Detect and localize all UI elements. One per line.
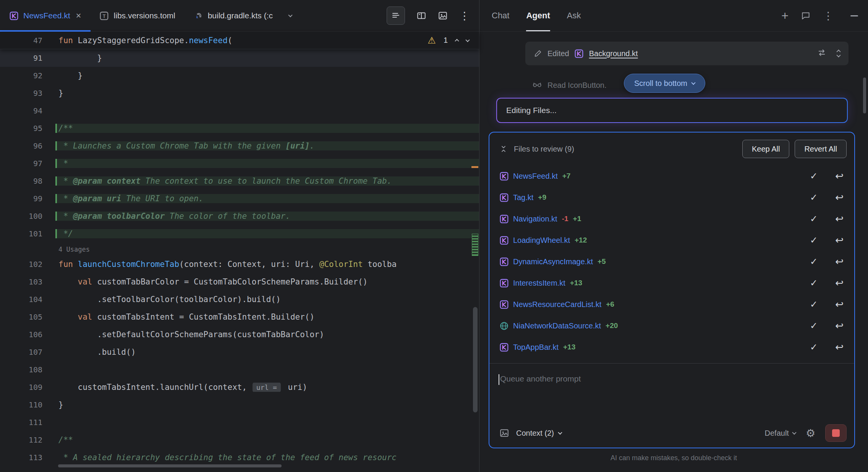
editor-tab-build-gradle-kts-c[interactable]: kbuild.gradle.kts (:c	[185, 0, 282, 31]
review-file-row[interactable]: NiaNetworkDataSource.kt+20✓↩	[489, 315, 854, 336]
code-line[interactable]: 105 val customTabsIntent = CustomTabsInt…	[0, 308, 479, 326]
line-number[interactable]: 103	[0, 277, 55, 286]
review-file-link[interactable]: LoadingWheel.kt	[513, 236, 570, 245]
line-number[interactable]: 109	[0, 383, 55, 392]
accept-file-icon[interactable]: ✓	[810, 342, 818, 352]
code-editor[interactable]: 91 }92 }93}9495/**96 * Launches a Custom…	[0, 49, 479, 472]
line-number[interactable]: 107	[0, 348, 55, 357]
code-line[interactable]: 112/**	[0, 431, 479, 449]
editor-list-icon[interactable]	[387, 6, 405, 25]
chat-vertical-scrollbar[interactable]	[863, 78, 866, 113]
revert-file-icon[interactable]: ↩	[835, 299, 844, 310]
settings-gear-icon[interactable]: ⚙	[806, 427, 815, 440]
warning-icon[interactable]: ⚠	[428, 35, 436, 46]
line-number[interactable]: 102	[0, 260, 55, 269]
code-line[interactable]: 109 customTabsIntent.launchUrl(context, …	[0, 378, 479, 396]
attach-image-icon[interactable]	[499, 428, 509, 438]
code-line[interactable]: 111	[0, 414, 479, 431]
code-line[interactable]: 91 }	[0, 49, 479, 67]
line-number[interactable]: 110	[0, 400, 55, 409]
review-file-link[interactable]: TopAppBar.kt	[513, 343, 559, 352]
review-file-link[interactable]: NiaNetworkDataSource.kt	[513, 322, 601, 330]
line-number[interactable]: 97	[0, 159, 55, 168]
line-number[interactable]: 111	[0, 418, 55, 427]
split-editor-icon[interactable]	[416, 11, 426, 21]
scroll-to-bottom-button[interactable]: Scroll to bottom	[624, 74, 705, 93]
edited-file-link[interactable]: Background.kt	[589, 49, 638, 58]
code-line[interactable]: 106 .setDefaultColorSchemeParams(customT…	[0, 326, 479, 343]
accept-file-icon[interactable]: ✓	[810, 235, 818, 246]
tab-ask[interactable]: Ask	[567, 0, 581, 31]
review-file-row[interactable]: Navigation.kt-1+1✓↩	[489, 208, 854, 230]
collapse-panel-icon[interactable]	[499, 145, 508, 153]
revert-file-icon[interactable]: ↩	[835, 341, 844, 353]
revert-file-icon[interactable]: ↩	[835, 256, 844, 268]
line-number[interactable]: 91	[0, 53, 55, 63]
line-number[interactable]: 105	[0, 312, 55, 322]
revert-file-icon[interactable]: ↩	[835, 170, 844, 182]
code-line[interactable]: 98 * @param context The context to use t…	[0, 172, 479, 190]
line-number[interactable]: 108	[0, 365, 55, 374]
editor-tab-libs-versions-toml[interactable]: Tlibs.versions.toml	[91, 0, 185, 31]
context-selector[interactable]: Context (2)	[516, 429, 562, 438]
model-selector[interactable]: Default	[765, 429, 796, 438]
review-file-link[interactable]: Navigation.kt	[513, 215, 557, 223]
editor-more-icon[interactable]: ⋮	[459, 10, 470, 22]
review-file-row[interactable]: NewsFeed.kt+7✓↩	[489, 165, 854, 187]
hide-panel-icon[interactable]	[850, 15, 858, 16]
code-line[interactable]: 92 }	[0, 67, 479, 84]
editor-tab-newsfeed-kt[interactable]: NewsFeed.kt×	[0, 0, 91, 31]
line-number[interactable]: 93	[0, 89, 55, 98]
line-number[interactable]: 92	[0, 71, 55, 80]
close-tab-icon[interactable]: ×	[76, 11, 81, 20]
accept-file-icon[interactable]: ✓	[810, 213, 818, 224]
expand-collapse-icon[interactable]	[837, 50, 840, 57]
line-number[interactable]: 104	[0, 295, 55, 304]
line-number[interactable]: 94	[0, 106, 55, 115]
revert-file-icon[interactable]: ↩	[835, 192, 844, 204]
line-number[interactable]: 101	[0, 229, 55, 238]
review-file-link[interactable]: NewsResourceCardList.kt	[513, 300, 601, 309]
code-line[interactable]: 101 */	[0, 225, 479, 242]
sticky-header-line[interactable]: 47 fun LazyStaggeredGridScope.newsFeed( …	[0, 32, 479, 49]
code-line[interactable]: 107 .build()	[0, 343, 479, 361]
line-number[interactable]: 95	[0, 124, 55, 133]
keep-all-button[interactable]: Keep All	[742, 140, 789, 158]
line-number[interactable]: 96	[0, 141, 55, 150]
review-file-link[interactable]: NewsFeed.kt	[513, 172, 558, 181]
accept-file-icon[interactable]: ✓	[810, 171, 818, 181]
editor-horizontal-scrollbar[interactable]	[58, 464, 282, 467]
preview-image-icon[interactable]	[438, 11, 448, 21]
edited-file-card[interactable]: Edited Background.kt	[525, 42, 849, 65]
conversations-icon[interactable]	[801, 11, 811, 21]
code-line[interactable]: 96 * Launches a Custom Chrome Tab with t…	[0, 137, 479, 155]
code-line[interactable]: 102fun launchCustomChromeTab(context: Co…	[0, 255, 479, 273]
review-file-link[interactable]: InterestsItem.kt	[513, 279, 565, 288]
accept-file-icon[interactable]: ✓	[810, 299, 818, 310]
stop-generation-button[interactable]	[825, 424, 847, 442]
revert-file-icon[interactable]: ↩	[835, 277, 844, 289]
show-diff-icon[interactable]	[817, 48, 826, 59]
code-line[interactable]: 93}	[0, 84, 479, 102]
review-file-row[interactable]: NewsResourceCardList.kt+6✓↩	[489, 294, 854, 315]
tab-agent[interactable]: Agent	[526, 0, 550, 31]
revert-file-icon[interactable]: ↩	[835, 320, 844, 332]
review-file-row[interactable]: InterestsItem.kt+13✓↩	[489, 272, 854, 294]
review-file-row[interactable]: TopAppBar.kt+13✓↩	[489, 336, 854, 358]
code-line[interactable]: 100 * @param toolbarColor The color of t…	[0, 207, 479, 225]
code-line[interactable]: 99 * @param uri The URI to open.	[0, 190, 479, 207]
accept-file-icon[interactable]: ✓	[810, 320, 818, 331]
revert-file-icon[interactable]: ↩	[835, 234, 844, 246]
line-number[interactable]: 106	[0, 330, 55, 339]
line-number[interactable]: 100	[0, 212, 55, 221]
review-file-link[interactable]: Tag.kt	[513, 193, 533, 202]
code-line[interactable]: 95/**	[0, 120, 479, 137]
code-line[interactable]: 97 *	[0, 155, 479, 172]
hidden-tabs-dropdown-icon[interactable]	[282, 0, 299, 31]
next-issue-icon[interactable]	[466, 39, 469, 42]
line-number[interactable]: 112	[0, 435, 55, 445]
review-file-row[interactable]: DynamicAsyncImage.kt+5✓↩	[489, 251, 854, 272]
line-number[interactable]: 98	[0, 176, 55, 186]
code-line[interactable]: 113 * A sealed hierarchy describing the …	[0, 449, 479, 466]
assistant-more-icon[interactable]: ⋮	[823, 10, 834, 22]
